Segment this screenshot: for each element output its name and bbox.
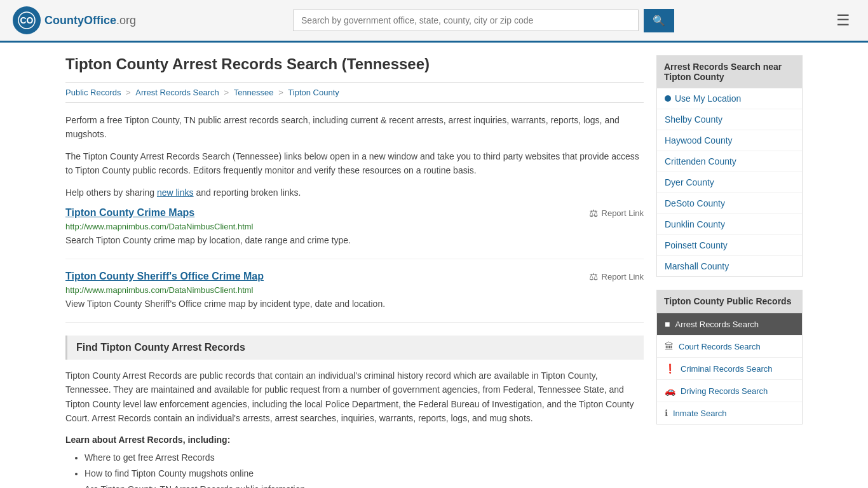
use-location-link[interactable]: Use My Location bbox=[675, 93, 741, 104]
report-icon-2: ⚖ bbox=[589, 271, 598, 283]
resource-desc-2: View Tipton County Sheriff's Office crim… bbox=[65, 297, 644, 311]
resource-item-1: Tipton County Crime Maps ⚖ Report Link h… bbox=[65, 207, 644, 259]
record-item-driving[interactable]: 🚗 Driving Records Search bbox=[657, 380, 802, 402]
hamburger-icon: ☰ bbox=[836, 11, 850, 29]
nearby-county-link-6[interactable]: Dunklin County bbox=[665, 219, 725, 229]
nearby-county-1[interactable]: Shelby County bbox=[657, 109, 802, 130]
record-item-court[interactable]: 🏛 Court Records Search bbox=[657, 336, 802, 358]
desc3-post: and reporting broken links. bbox=[194, 187, 301, 198]
search-button[interactable]: 🔍 bbox=[644, 9, 674, 32]
nearby-county-link-4[interactable]: Dyer County bbox=[665, 177, 714, 187]
page-title: Tipton County Arrest Records Search (Ten… bbox=[65, 55, 644, 73]
resource-title-1[interactable]: Tipton County Crime Maps bbox=[65, 207, 194, 219]
search-input[interactable] bbox=[293, 10, 639, 31]
breadcrumb-arrest-records[interactable]: Arrest Records Search bbox=[135, 88, 219, 97]
nearby-county-link-2[interactable]: Haywood County bbox=[665, 135, 733, 146]
nearby-section: Arrest Records Search near Tipton County… bbox=[656, 55, 803, 277]
public-records-header: Tipton County Public Records bbox=[656, 290, 803, 313]
report-link-2[interactable]: ⚖ Report Link bbox=[589, 271, 644, 283]
description-2: The Tipton County Arrest Records Search … bbox=[65, 149, 644, 178]
description-1: Perform a free Tipton County, TN public … bbox=[65, 113, 644, 142]
court-records-link[interactable]: Court Records Search bbox=[679, 342, 761, 351]
sidebar: Arrest Records Search near Tipton County… bbox=[656, 55, 803, 488]
nearby-county-7[interactable]: Poinsett County bbox=[657, 235, 802, 256]
nearby-county-link-7[interactable]: Poinsett County bbox=[665, 240, 728, 250]
nearby-county-8[interactable]: Marshall County bbox=[657, 256, 802, 276]
find-description: Tipton County Arrest Records are public … bbox=[65, 369, 644, 426]
criminal-records-link[interactable]: Criminal Records Search bbox=[681, 364, 773, 374]
nearby-county-4[interactable]: Dyer County bbox=[657, 172, 802, 193]
public-records-list: ■ Arrest Records Search 🏛 Court Records … bbox=[656, 313, 803, 424]
record-item-inmate[interactable]: ℹ Inmate Search bbox=[657, 402, 802, 424]
public-records-section: Tipton County Public Records ■ Arrest Re… bbox=[656, 290, 803, 424]
arrest-records-link[interactable]: Arrest Records Search bbox=[675, 320, 759, 329]
logo-icon: CO bbox=[13, 6, 41, 34]
main-content: Tipton County Arrest Records Search (Ten… bbox=[65, 55, 644, 488]
record-item-arrest[interactable]: ■ Arrest Records Search bbox=[657, 313, 802, 336]
learn-list: Where to get free Arrest Records How to … bbox=[85, 450, 644, 488]
resource-header-2: Tipton County Sheriff's Office Crime Map… bbox=[65, 271, 644, 283]
nearby-county-6[interactable]: Dunklin County bbox=[657, 214, 802, 235]
logo-area: CO CountyOffice.org bbox=[13, 6, 136, 34]
location-dot-icon bbox=[665, 95, 671, 102]
nearby-county-link-1[interactable]: Shelby County bbox=[665, 114, 722, 125]
learn-header: Learn about Arrest Records, including: bbox=[65, 435, 644, 445]
report-link-1[interactable]: ⚖ Report Link bbox=[589, 207, 644, 219]
content-wrapper: Tipton County Arrest Records Search (Ten… bbox=[53, 43, 815, 488]
report-icon-1: ⚖ bbox=[589, 207, 598, 219]
nearby-county-link-8[interactable]: Marshall County bbox=[665, 261, 729, 271]
breadcrumb-sep2: > bbox=[224, 88, 231, 97]
criminal-icon: ❗ bbox=[665, 363, 675, 374]
svg-text:CO: CO bbox=[20, 15, 34, 25]
driving-records-link[interactable]: Driving Records Search bbox=[681, 386, 768, 396]
find-section-header: Find Tipton County Arrest Records bbox=[65, 336, 644, 360]
learn-item-3: Are Tipton County, TN Arrest Records pub… bbox=[85, 482, 644, 488]
resources: Tipton County Crime Maps ⚖ Report Link h… bbox=[65, 207, 644, 323]
resource-header-1: Tipton County Crime Maps ⚖ Report Link bbox=[65, 207, 644, 219]
court-icon: 🏛 bbox=[665, 341, 674, 351]
driving-icon: 🚗 bbox=[665, 386, 675, 396]
new-links-link[interactable]: new links bbox=[157, 187, 194, 198]
inmate-search-link[interactable]: Inmate Search bbox=[673, 409, 727, 418]
use-location-item[interactable]: Use My Location bbox=[657, 88, 802, 109]
nearby-county-link-3[interactable]: Crittenden County bbox=[665, 156, 736, 166]
resource-url-2[interactable]: http://www.mapnimbus.com/DataNimbusClien… bbox=[65, 285, 644, 295]
logo-text: CountyOffice.org bbox=[44, 14, 136, 27]
search-icon: 🔍 bbox=[653, 15, 665, 26]
breadcrumb-sep3: > bbox=[278, 88, 285, 97]
nearby-header-text: Arrest Records Search near Tipton County bbox=[664, 62, 782, 82]
resource-item-2: Tipton County Sheriff's Office Crime Map… bbox=[65, 271, 644, 323]
breadcrumb-tipton-county[interactable]: Tipton County bbox=[288, 88, 339, 97]
find-section: Find Tipton County Arrest Records Tipton… bbox=[65, 336, 644, 488]
arrest-icon: ■ bbox=[665, 319, 670, 329]
use-location[interactable]: Use My Location bbox=[665, 93, 794, 104]
resource-url-1[interactable]: http://www.mapnimbus.com/DataNimbusClien… bbox=[65, 222, 644, 231]
nearby-header: Arrest Records Search near Tipton County bbox=[656, 55, 803, 88]
report-link-label-1: Report Link bbox=[602, 208, 644, 218]
breadcrumb: Public Records > Arrest Records Search >… bbox=[65, 82, 644, 103]
breadcrumb-sep1: > bbox=[126, 88, 133, 97]
desc3-pre: Help others by sharing bbox=[65, 187, 157, 198]
description-3: Help others by sharing new links and rep… bbox=[65, 186, 644, 200]
search-area: 🔍 bbox=[293, 9, 674, 32]
resource-desc-1: Search Tipton County crime map by locati… bbox=[65, 234, 644, 247]
nearby-county-5[interactable]: DeSoto County bbox=[657, 193, 802, 214]
nearby-list: Use My Location Shelby County Haywood Co… bbox=[656, 88, 803, 277]
logo-county: County bbox=[44, 14, 84, 27]
logo-office: Office bbox=[84, 14, 116, 27]
learn-item-2: How to find Tipton County mugshots onlin… bbox=[85, 466, 644, 482]
breadcrumb-public-records[interactable]: Public Records bbox=[65, 88, 121, 97]
nearby-county-3[interactable]: Crittenden County bbox=[657, 151, 802, 172]
header: CO CountyOffice.org 🔍 ☰ bbox=[0, 0, 868, 43]
logo-org: .org bbox=[116, 14, 136, 27]
report-link-label-2: Report Link bbox=[602, 272, 644, 281]
breadcrumb-tennessee[interactable]: Tennessee bbox=[234, 88, 274, 97]
record-item-criminal[interactable]: ❗ Criminal Records Search bbox=[657, 358, 802, 380]
inmate-icon: ℹ bbox=[665, 408, 668, 418]
menu-button[interactable]: ☰ bbox=[831, 9, 855, 32]
resource-title-2[interactable]: Tipton County Sheriff's Office Crime Map bbox=[65, 271, 264, 282]
nearby-county-link-5[interactable]: DeSoto County bbox=[665, 198, 725, 208]
learn-item-1: Where to get free Arrest Records bbox=[85, 450, 644, 466]
nearby-county-2[interactable]: Haywood County bbox=[657, 130, 802, 151]
